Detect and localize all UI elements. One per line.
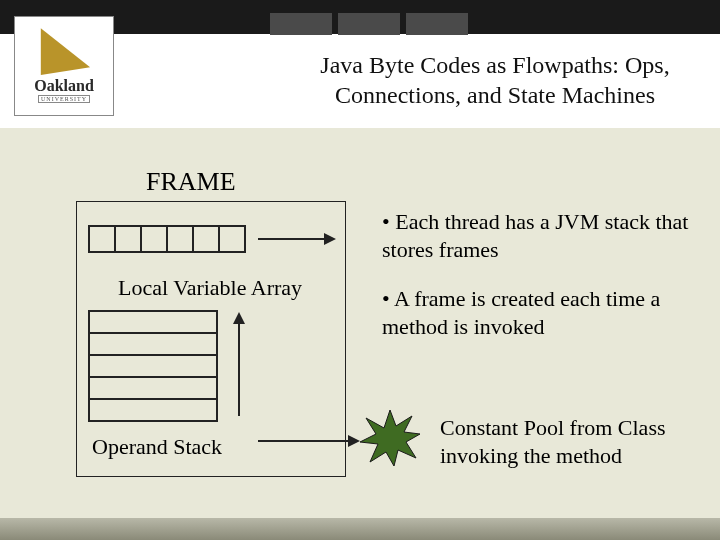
- constant-pool-text: Constant Pool from Class invoking the me…: [440, 414, 710, 469]
- logo-name: Oakland: [34, 77, 94, 95]
- bullet-1: • Each thread has a JVM stack that store…: [382, 208, 702, 263]
- logo: Oakland UNIVERSITY: [14, 16, 114, 116]
- starburst-icon: [360, 410, 420, 466]
- logo-subtitle: UNIVERSITY: [38, 95, 90, 103]
- bullet-list: • Each thread has a JVM stack that store…: [382, 208, 702, 362]
- slide-title: Java Byte Codes as Flowpaths: Ops, Conne…: [280, 50, 710, 110]
- footer-shadow: [0, 518, 720, 540]
- frame-heading: FRAME: [146, 167, 236, 197]
- arrow-lva-right-icon: [258, 238, 334, 240]
- header-decor-blocks: [270, 13, 468, 35]
- local-variable-array: [88, 225, 246, 253]
- sail-icon: [35, 23, 93, 75]
- svg-marker-0: [360, 410, 420, 466]
- operand-stack-label: Operand Stack: [92, 434, 222, 460]
- arrow-stack-up-icon: [238, 314, 240, 416]
- bullet-2: • A frame is created each time a method …: [382, 285, 702, 340]
- operand-stack: [88, 310, 218, 422]
- local-variable-array-label: Local Variable Array: [118, 275, 302, 301]
- arrow-to-constant-pool-icon: [258, 440, 358, 442]
